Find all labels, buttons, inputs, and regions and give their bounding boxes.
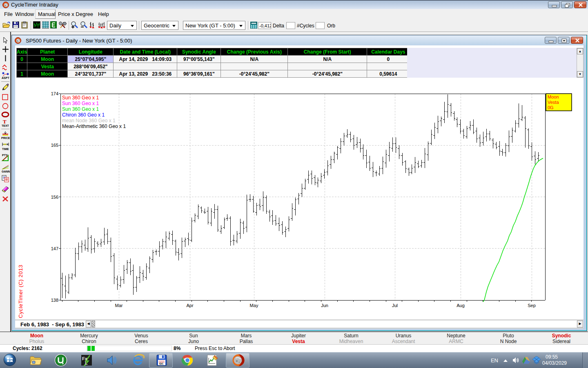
svg-text:174: 174 [51, 91, 58, 96]
svg-text:PRICE: PRICE [1, 137, 10, 139]
svg-text:64:: 64: [159, 362, 165, 366]
svg-text:L: L [85, 361, 88, 366]
svg-text:Moon: Moon [548, 94, 559, 99]
svg-text:Chiron 360 Geo x 1: Chiron 360 Geo x 1 [62, 112, 105, 118]
svg-text:Jun: Jun [321, 303, 328, 308]
svg-text:Sun 360 Geo x 1: Sun 360 Geo x 1 [62, 95, 99, 101]
svg-text:Sep: Sep [528, 303, 536, 308]
svg-text:Sun 360 Geo x 1: Sun 360 Geo x 1 [62, 101, 99, 106]
svg-text:147: 147 [51, 246, 58, 251]
svg-text:TEXT: TEXT [2, 124, 9, 127]
svg-text:138: 138 [51, 298, 58, 303]
svg-text:0G: 0G [548, 105, 554, 110]
svg-text:156: 156 [51, 195, 58, 200]
svg-text:165: 165 [51, 143, 58, 148]
svg-text:Vesta: Vesta [548, 100, 559, 105]
svg-text:TIME: TIME [2, 148, 9, 150]
svg-text:Aug: Aug [457, 303, 465, 308]
svg-text:ASPT: ASPT [2, 76, 9, 79]
svg-text:Sun 360 Geo x 1: Sun 360 Geo x 1 [62, 106, 99, 112]
svg-text:Jul: Jul [392, 303, 398, 308]
svg-text:Mean-Arithmetic 360 Geo x 1: Mean-Arithmetic 360 Geo x 1 [62, 123, 126, 129]
svg-text:CycleTimer (C) 2013: CycleTimer (C) 2013 [18, 265, 24, 318]
svg-text:May: May [250, 303, 258, 308]
svg-text:GANN: GANN [2, 170, 10, 173]
svg-text:T: T [3, 119, 7, 125]
svg-text:Apr: Apr [186, 303, 193, 308]
svg-text:Mar: Mar [115, 303, 123, 308]
svg-text:mean Node 360 Geo x 1: mean Node 360 Geo x 1 [62, 118, 116, 123]
